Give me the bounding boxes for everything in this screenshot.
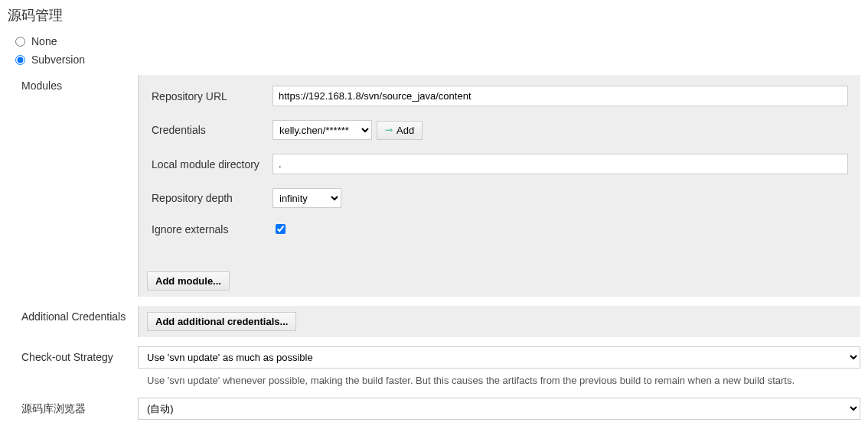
- checkout-strategy-select[interactable]: Use 'svn update' as much as possible: [138, 346, 860, 369]
- ignore-externals-label: Ignore externals: [152, 223, 272, 235]
- credentials-add-button[interactable]: ⊸ Add: [377, 121, 423, 140]
- local-dir-input[interactable]: [272, 154, 848, 174]
- section-title: 源码管理: [8, 6, 860, 24]
- repo-depth-select[interactable]: infinity: [272, 188, 341, 208]
- scm-subversion-label[interactable]: Subversion: [31, 54, 85, 66]
- additional-credentials-label: Additional Credentials: [21, 306, 138, 323]
- repo-url-input[interactable]: [272, 86, 848, 106]
- ignore-externals-checkbox[interactable]: [276, 224, 286, 234]
- credentials-select[interactable]: kelly.chen/******: [272, 120, 372, 140]
- add-additional-credentials-button[interactable]: Add additional credentials...: [147, 312, 296, 331]
- modules-label: Modules: [21, 75, 138, 92]
- checkout-strategy-help: Use 'svn update' whenever possible, maki…: [147, 373, 860, 388]
- scm-subversion-radio[interactable]: [15, 55, 25, 65]
- local-dir-label: Local module directory: [152, 158, 272, 171]
- add-module-button[interactable]: Add module...: [147, 271, 230, 291]
- repo-browser-select[interactable]: (自动): [138, 398, 860, 420]
- scm-none-label[interactable]: None: [31, 35, 57, 47]
- repo-depth-label: Repository depth: [152, 192, 272, 204]
- credentials-label: Credentials: [152, 124, 272, 136]
- repo-browser-label: 源码库浏览器: [21, 398, 138, 416]
- add-button-label: Add: [396, 125, 414, 136]
- key-icon: ⊸: [385, 125, 393, 135]
- scm-none-radio[interactable]: [15, 37, 25, 47]
- checkout-strategy-label: Check-out Strategy: [21, 346, 138, 363]
- repo-url-label: Repository URL: [152, 90, 272, 102]
